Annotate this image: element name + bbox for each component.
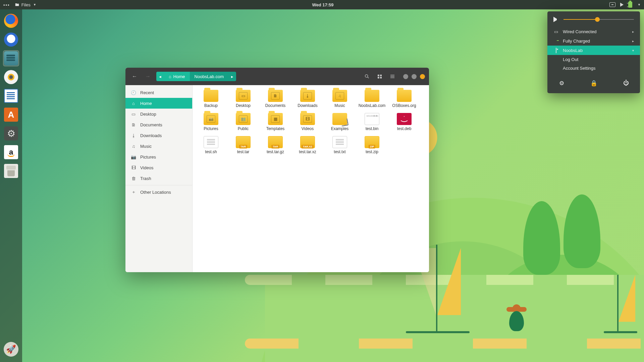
system-menu-fully-charged[interactable]: Fully Charged▸ <box>547 36 640 46</box>
dock-app-settings[interactable]: ⚙ <box>3 125 19 141</box>
system-menu-wired-connected[interactable]: ▭Wired Connected▸ <box>547 27 640 36</box>
breadcrumb-prev-icon[interactable]: ◂ <box>156 72 164 81</box>
chevron-down-icon[interactable]: ▼ <box>638 3 641 6</box>
file-item[interactable]: Examples <box>324 112 356 133</box>
nav-forward-button[interactable]: → <box>143 71 153 81</box>
nav-back-button[interactable]: ← <box>129 71 140 81</box>
file-item[interactable]: Backup <box>195 88 227 110</box>
sidebar-item-music[interactable]: ♫Music <box>125 141 192 152</box>
dock-app-firefox[interactable] <box>3 13 19 29</box>
lock-button[interactable]: 🔒 <box>589 78 598 88</box>
file-item-label: Public <box>238 126 249 131</box>
file-item[interactable]: 📷Pictures <box>195 112 227 133</box>
dock-app-files[interactable] <box>3 50 19 66</box>
file-item[interactable]: test.sh <box>195 135 227 157</box>
file-item[interactable]: NoobsLab.com <box>356 88 388 110</box>
active-app-menu[interactable]: Files ▼ <box>15 2 36 7</box>
sidebar-item-icon: ▭ <box>131 112 136 117</box>
file-item[interactable]: TAR.XZtest.tar.xz <box>292 135 323 157</box>
system-submenu-log-out[interactable]: Log Out <box>547 55 640 64</box>
home-icon: ⌂ <box>169 74 171 79</box>
file-item[interactable]: ZIPtest.zip <box>356 135 388 157</box>
dock-app-software[interactable]: A <box>3 107 19 123</box>
sidebar-item-videos[interactable]: 🎞Videos <box>125 162 192 173</box>
speaker-icon <box>553 17 559 22</box>
sidebar-item-label: Videos <box>140 165 154 170</box>
chevron-right-icon: ▸ <box>632 30 634 34</box>
file-item[interactable]: 👥Public <box>227 112 259 133</box>
system-menu-popup: ▭Wired Connected▸Fully Charged▸NoobsLab▾… <box>547 11 640 93</box>
volume-slider-row <box>547 17 640 27</box>
file-item-label: test.txt <box>334 149 345 155</box>
hamburger-menu-button[interactable] <box>388 72 397 81</box>
activities-button[interactable]: ••• <box>3 2 10 7</box>
svg-rect-2 <box>378 75 379 76</box>
file-item[interactable]: ♫Music <box>324 88 356 110</box>
screen-icon: ▭ <box>553 29 559 34</box>
file-item[interactable]: ▭Desktop <box>227 88 259 110</box>
sidebar-item-desktop[interactable]: ▭Desktop <box>125 109 192 119</box>
system-menu-label: NoobsLab <box>563 48 583 53</box>
breadcrumb-current[interactable]: NoobsLab.com <box>190 72 228 81</box>
file-item-label: Documents <box>265 103 286 108</box>
sidebar-item-icon: ♫ <box>131 144 136 149</box>
dock-app-rhythmbox[interactable] <box>3 69 19 85</box>
sidebar-item-trash[interactable]: 🗑Trash <box>125 173 192 184</box>
clock[interactable]: Wed 17:59 <box>312 2 334 7</box>
file-item[interactable]: ▦Templates <box>260 112 291 133</box>
system-tray[interactable]: ▼ <box>609 2 641 8</box>
window-minimize-button[interactable] <box>403 74 408 79</box>
search-button[interactable] <box>362 72 372 81</box>
sidebar-item-documents[interactable]: 🗎Documents <box>125 119 192 130</box>
breadcrumb-next-icon[interactable]: ▸ <box>228 72 236 81</box>
file-manager-window: ← → ◂ ⌂ Home NoobsLab.com ▸ <box>125 68 429 272</box>
system-menu-noobslab[interactable]: NoobsLab▾ <box>547 46 640 55</box>
file-item[interactable]: 🎞Videos <box>292 112 323 133</box>
file-item[interactable]: TARtest.tar <box>227 135 259 157</box>
breadcrumb-home[interactable]: ⌂ Home <box>164 72 190 81</box>
sidebar-item-other-locations[interactable]: ＋Other Locations <box>125 187 192 197</box>
volume-icon[interactable] <box>620 3 624 7</box>
file-item-label: test.bin <box>366 126 379 131</box>
sidebar-item-pictures[interactable]: 📷Pictures <box>125 152 192 162</box>
window-close-button[interactable] <box>420 74 425 79</box>
battery-icon[interactable] <box>628 2 632 8</box>
sidebar-item-label: Music <box>140 144 152 149</box>
top-bar: ••• Files ▼ Wed 17:59 ▼ <box>0 0 644 9</box>
system-submenu-account-settings[interactable]: Account Settings <box>547 64 640 72</box>
view-toggle-button[interactable] <box>375 72 384 81</box>
file-item[interactable]: test.bin <box>356 112 388 133</box>
sidebar-item-icon: ⌂ <box>131 101 136 106</box>
dock-app-thunderbird[interactable] <box>3 32 19 48</box>
sidebar-item-recent[interactable]: 🕘Recent <box>125 87 192 98</box>
dock-app-trash[interactable] <box>3 163 19 179</box>
window-maximize-button[interactable] <box>412 74 417 79</box>
window-titlebar[interactable]: ← → ◂ ⌂ Home NoobsLab.com ▸ <box>125 68 429 85</box>
keyboard-icon[interactable] <box>609 2 615 7</box>
file-item[interactable]: TARtest.tar.gz <box>260 135 291 157</box>
dock-app-amazon[interactable]: a <box>3 144 19 160</box>
file-item[interactable]: test.deb <box>388 112 420 133</box>
file-item-label: Backup <box>204 103 218 108</box>
volume-slider[interactable] <box>564 19 634 20</box>
file-item[interactable]: test.txt <box>324 135 356 157</box>
sidebar-item-downloads[interactable]: ⭳Downloads <box>125 130 192 141</box>
sidebar-item-label: Other Locations <box>140 190 171 195</box>
file-item[interactable]: ⭳Downloads <box>292 88 323 110</box>
settings-button[interactable]: ⚙ <box>557 78 566 88</box>
file-item-label: Videos <box>302 126 314 131</box>
file-item[interactable]: OSBoxes.org <box>388 88 420 110</box>
file-item-label: test.sh <box>205 149 217 155</box>
file-item[interactable]: 🗎Documents <box>260 88 291 110</box>
chevron-right-icon: ▸ <box>632 39 634 43</box>
file-item-label: OSBoxes.org <box>392 103 416 108</box>
file-item-label: test.deb <box>397 126 412 131</box>
file-item-label: Examples <box>331 126 349 131</box>
chevron-down-icon: ▼ <box>33 3 36 6</box>
dock-app-launcher[interactable]: 🚀 <box>3 341 19 357</box>
dock-app-writer[interactable] <box>3 88 19 104</box>
power-button[interactable]: ⏻ <box>621 78 631 88</box>
sidebar-item-home[interactable]: ⌂Home <box>125 98 192 109</box>
system-menu-label: Fully Charged <box>563 39 590 44</box>
file-item-label: NoobsLab.com <box>359 103 386 108</box>
